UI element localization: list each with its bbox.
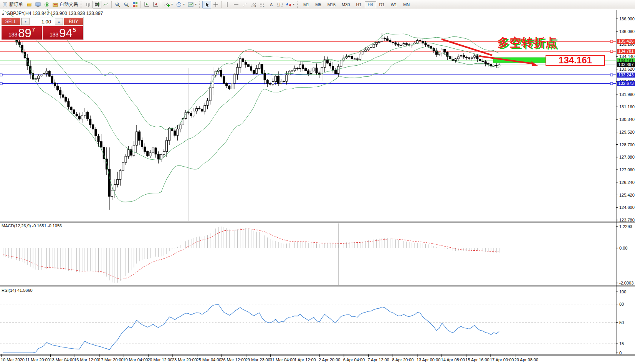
sell-price[interactable]: 133 89 7 xyxy=(2,26,42,40)
time-axis-label: 19 Mar 04:00 xyxy=(123,357,148,362)
timeframe-m1[interactable]: M1 xyxy=(300,1,312,8)
timeframe-h1[interactable]: H1 xyxy=(353,1,364,8)
timeframe-mn[interactable]: MN xyxy=(400,1,413,8)
time-axis-label: 29 Mar 23:00 xyxy=(245,357,270,362)
price-tick-label: 123.780 xyxy=(619,218,635,222)
chart-autoscroll-button[interactable] xyxy=(151,1,160,8)
zoom-in-button[interactable] xyxy=(113,1,122,8)
text-icon: A xyxy=(268,2,274,7)
price-tick-label: 128.700 xyxy=(619,142,635,147)
new-order-button[interactable]: 新订单 xyxy=(1,1,25,8)
zoom-out-button[interactable] xyxy=(122,1,131,8)
rsi-label: RSI(14) 41.5660 xyxy=(2,288,33,293)
chart-autoscroll-icon xyxy=(152,2,158,7)
price-level-tag: 132.673 xyxy=(617,81,635,86)
navigator-button[interactable] xyxy=(42,1,51,8)
dropdown-caret-icon: ▾ xyxy=(195,3,197,6)
time-axis-label: 17 Mar 20:00 xyxy=(99,357,124,362)
time-axis-label: 7 Apr 12:00 xyxy=(368,357,389,362)
main-toolbar: 新订单 自动交易 xyxy=(0,0,635,9)
toolbar-separator xyxy=(221,1,222,8)
chart-shift-button[interactable] xyxy=(142,1,151,8)
cursor-button[interactable] xyxy=(202,1,211,8)
timeframe-m30[interactable]: M30 xyxy=(339,1,353,8)
price-tick-label: 127.060 xyxy=(619,167,635,172)
time-axis-label: 23 Mar 20:00 xyxy=(172,357,197,362)
line-chart-icon xyxy=(103,2,109,7)
time-axis-label: 10 Mar 2020 xyxy=(1,357,25,362)
price-tick-label: 126.240 xyxy=(619,180,635,185)
new-order-label: 新订单 xyxy=(9,1,23,8)
tile-windows-button[interactable] xyxy=(131,1,139,8)
price-callout-label[interactable]: 134.161 xyxy=(546,55,605,66)
price-tick-label: 131.980 xyxy=(619,92,635,97)
macd-axis-label: 1.2293 xyxy=(619,224,632,229)
vertical-line-button[interactable] xyxy=(223,1,232,8)
timeframe-m15[interactable]: M15 xyxy=(324,1,339,8)
rsi-axis-label: 80 xyxy=(619,302,624,306)
channel-button[interactable]: E xyxy=(249,1,258,8)
time-axis-label: 26 Mar 12:00 xyxy=(221,357,246,362)
macd-axis-label: 0.00 xyxy=(619,246,627,250)
text-label-icon: T xyxy=(277,2,283,7)
bar-chart-button[interactable] xyxy=(84,1,93,8)
fibonacci-button[interactable]: F xyxy=(258,1,267,8)
price-tick-label: 130.340 xyxy=(619,117,635,122)
autotrading-icon xyxy=(53,2,58,7)
time-axis-label: 13 Mar 04:00 xyxy=(50,357,74,362)
crosshair-button[interactable] xyxy=(211,1,220,8)
data-window-button[interactable] xyxy=(33,1,42,8)
volume-increase-button[interactable]: ▲ xyxy=(55,18,63,25)
sell-button[interactable]: SELL xyxy=(2,18,20,25)
buy-button[interactable]: BUY xyxy=(64,18,83,25)
chart-shift-icon xyxy=(144,2,149,7)
time-axis-label: 20 Mar 12:00 xyxy=(147,357,172,362)
time-axis-label: 6 Apr 04:00 xyxy=(343,357,365,362)
buy-price-pip: 5 xyxy=(73,26,76,33)
volume-stepper: ▼ ▲ xyxy=(21,18,63,25)
macd-label: MACD(12,26,9) -0.1651 -0.1056 xyxy=(2,223,62,228)
toolbar-separator xyxy=(161,1,161,8)
chart-shift-marker-icon: ▲ xyxy=(2,12,5,15)
price-level-tag: 135.426 xyxy=(617,39,635,44)
candlestick-icon xyxy=(94,2,100,7)
volume-input[interactable] xyxy=(30,18,55,25)
new-order-icon xyxy=(2,2,8,7)
autotrading-button[interactable]: 自动交易 xyxy=(51,1,79,8)
timeframe-w1[interactable]: W1 xyxy=(388,1,400,8)
timeframe-m5[interactable]: M5 xyxy=(312,1,324,8)
time-axis-label: 11 Mar 20:00 xyxy=(25,357,50,362)
text-button[interactable]: A xyxy=(267,1,276,8)
current-price-tag: 133.897 xyxy=(617,62,635,67)
price-tick-label: 136.080 xyxy=(619,29,635,34)
price-level-tag: 134.781 xyxy=(617,49,635,54)
timeframe-h4[interactable]: H4 xyxy=(365,1,376,8)
horizontal-line-button[interactable] xyxy=(232,1,240,8)
bar-chart-icon xyxy=(85,2,91,7)
line-chart-button[interactable] xyxy=(101,1,110,8)
toolbar-grip xyxy=(81,2,83,8)
text-label-button[interactable]: T xyxy=(276,1,284,8)
fibonacci-icon: F xyxy=(260,2,265,7)
trendline-button[interactable] xyxy=(240,1,249,8)
tile-windows-icon xyxy=(132,2,138,7)
candlestick-chart-button[interactable] xyxy=(93,1,101,8)
signal-icon xyxy=(44,2,50,7)
chart-canvas[interactable]: 136.900136.080135.260134.440133.620132.8… xyxy=(0,0,635,364)
templates-button[interactable]: ▾ xyxy=(186,1,198,8)
periods-button[interactable]: ▾ xyxy=(174,1,186,8)
turning-point-annotation[interactable]: 多空转折点 xyxy=(498,35,557,51)
svg-text:F: F xyxy=(263,5,265,7)
price-tick-label: 124.600 xyxy=(619,205,635,210)
time-axis-label: 1 Apr 12:00 xyxy=(294,357,316,362)
buy-price[interactable]: 133 94 5 xyxy=(43,26,83,40)
timeframe-d1[interactable]: D1 xyxy=(376,1,388,8)
one-click-trading-panel: SELL ▼ ▲ BUY 133 89 7 133 94 5 xyxy=(1,17,84,40)
arrows-button[interactable]: ▾ xyxy=(284,1,296,8)
price-tick-label: 136.900 xyxy=(619,17,635,21)
market-watch-button[interactable] xyxy=(25,1,33,8)
time-axis-label: 14 Apr 08:00 xyxy=(441,357,465,362)
market-watch-icon xyxy=(26,2,32,7)
indicators-button[interactable]: ▾ xyxy=(162,1,174,8)
volume-decrease-button[interactable]: ▼ xyxy=(21,18,30,25)
